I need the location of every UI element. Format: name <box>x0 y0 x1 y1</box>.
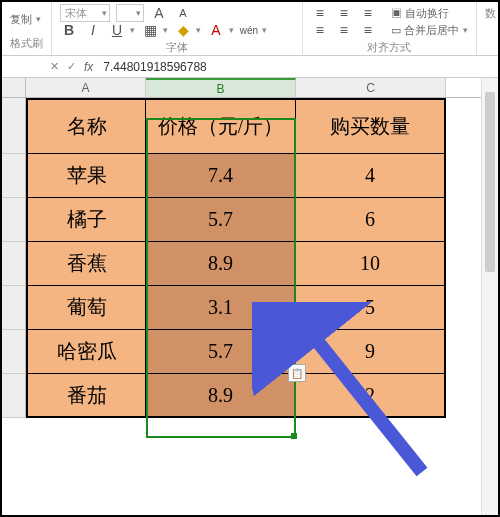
paste-options-icon[interactable]: 📋 <box>288 364 306 382</box>
vertical-scrollbar[interactable] <box>481 78 498 515</box>
ribbon-font-group: 宋体 A A B I U▾ ▦▾ ◆▾ A▾ wén▾ 字体 <box>52 2 303 55</box>
fx-icon[interactable]: fx <box>84 60 93 74</box>
bold-icon[interactable]: B <box>60 21 78 39</box>
col-header-a[interactable]: A <box>26 78 146 97</box>
cell-qty[interactable]: 5 <box>296 286 446 330</box>
cell-price[interactable]: 8.9 <box>146 242 296 286</box>
align-group-label: 对齐方式 <box>311 38 468 57</box>
row-header[interactable] <box>2 330 26 374</box>
align-right-icon[interactable]: ≡ <box>359 21 377 39</box>
col-header-b[interactable]: B <box>146 78 296 97</box>
row-header[interactable] <box>2 154 26 198</box>
align-top-icon[interactable]: ≡ <box>311 4 329 22</box>
format-painter-button[interactable]: 格式刷 <box>10 34 43 53</box>
cell-price[interactable]: 5.7 <box>146 198 296 242</box>
ribbon-align-group: ≡ ≡ ≡ ▣ 自动换行 ≡ ≡ ≡ ▭ 合并后居中▾ 对齐方式 <box>303 2 477 55</box>
border-icon[interactable]: ▦ <box>141 21 159 39</box>
scrollbar-thumb[interactable] <box>485 92 495 272</box>
table-row: 番茄 8.9 2 <box>2 374 498 418</box>
row-header[interactable] <box>2 242 26 286</box>
formula-bar: ✕ ✓ fx 7.44801918596788 <box>2 56 498 78</box>
phonetic-icon[interactable]: wén <box>240 21 258 39</box>
align-left-icon[interactable]: ≡ <box>311 21 329 39</box>
cell-qty[interactable]: 6 <box>296 198 446 242</box>
formula-input[interactable]: 7.44801918596788 <box>99 60 206 74</box>
fill-color-icon[interactable]: ◆ <box>174 21 192 39</box>
cell-price[interactable]: 7.4 <box>146 154 296 198</box>
cell-name[interactable]: 香蕉 <box>26 242 146 286</box>
row-header[interactable] <box>2 98 26 154</box>
cell-price[interactable]: 3.1 <box>146 286 296 330</box>
column-headers: A B C <box>2 78 498 98</box>
table-header-row: 名称 价格（元/斤） 购买数量 <box>2 98 498 154</box>
row-header[interactable] <box>2 374 26 418</box>
italic-icon[interactable]: I <box>84 21 102 39</box>
decrease-font-icon[interactable]: A <box>174 4 192 22</box>
fill-handle[interactable] <box>291 433 297 439</box>
ribbon-number-group: 数 <box>477 2 498 55</box>
font-name-select[interactable]: 宋体 <box>60 4 110 22</box>
table-row: 香蕉 8.9 10 <box>2 242 498 286</box>
merge-center-button[interactable]: ▭ 合并后居中 <box>391 23 459 38</box>
cell-qty[interactable]: 10 <box>296 242 446 286</box>
font-group-label: 字体 <box>60 38 294 57</box>
wrap-text-button[interactable]: ▣ 自动换行 <box>391 6 449 21</box>
cell-price[interactable]: 5.7 <box>146 330 296 374</box>
table-row: 葡萄 3.1 5 <box>2 286 498 330</box>
cell-price[interactable]: 8.9 <box>146 374 296 418</box>
font-size-select[interactable] <box>116 4 144 22</box>
select-all-corner[interactable] <box>2 78 26 97</box>
cell-qty[interactable]: 9 <box>296 330 446 374</box>
chevron-down-icon[interactable]: ▾ <box>36 14 41 24</box>
row-header[interactable] <box>2 198 26 242</box>
font-color-icon[interactable]: A <box>207 21 225 39</box>
ribbon: 复制▾ 格式刷 宋体 A A B I U▾ ▦▾ ◆▾ A▾ wén▾ 字体 ≡… <box>2 2 498 56</box>
cell-qty[interactable]: 4 <box>296 154 446 198</box>
table-row: 哈密瓜 5.7 9 <box>2 330 498 374</box>
cell-name[interactable]: 橘子 <box>26 198 146 242</box>
cell-name[interactable]: 苹果 <box>26 154 146 198</box>
increase-font-icon[interactable]: A <box>150 4 168 22</box>
header-price[interactable]: 价格（元/斤） <box>146 98 296 154</box>
enter-icon[interactable]: ✓ <box>67 60 76 73</box>
cancel-icon[interactable]: ✕ <box>50 60 59 73</box>
align-center-icon[interactable]: ≡ <box>335 21 353 39</box>
table-row: 橘子 5.7 6 <box>2 198 498 242</box>
copy-button[interactable]: 复制 <box>10 12 32 27</box>
col-header-c[interactable]: C <box>296 78 446 97</box>
spreadsheet-grid[interactable]: A B C 名称 价格（元/斤） 购买数量 苹果 7.4 4 橘子 5.7 6 … <box>2 78 498 418</box>
cell-qty[interactable]: 2 <box>296 374 446 418</box>
row-header[interactable] <box>2 286 26 330</box>
number-group-label: 数 <box>485 4 496 23</box>
table-row: 苹果 7.4 4 <box>2 154 498 198</box>
cell-name[interactable]: 葡萄 <box>26 286 146 330</box>
ribbon-clipboard-group: 复制▾ 格式刷 <box>2 2 52 55</box>
align-bot-icon[interactable]: ≡ <box>359 4 377 22</box>
underline-icon[interactable]: U <box>108 21 126 39</box>
cell-name[interactable]: 哈密瓜 <box>26 330 146 374</box>
header-qty[interactable]: 购买数量 <box>296 98 446 154</box>
header-name[interactable]: 名称 <box>26 98 146 154</box>
align-mid-icon[interactable]: ≡ <box>335 4 353 22</box>
cell-name[interactable]: 番茄 <box>26 374 146 418</box>
